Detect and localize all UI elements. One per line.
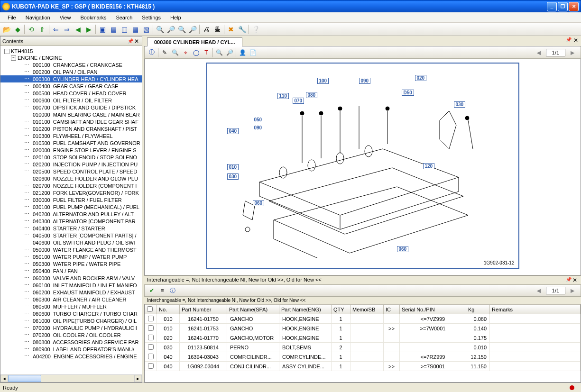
callout-100[interactable]: 100 bbox=[317, 78, 329, 84]
callout-030b[interactable]: 030 bbox=[227, 173, 239, 180]
callout-110[interactable]: 110 bbox=[277, 93, 289, 99]
tab-close-icon[interactable]: ✕ bbox=[572, 37, 579, 44]
col-header[interactable]: IC bbox=[384, 305, 400, 314]
diag-find1-icon[interactable]: 🔍 bbox=[214, 48, 224, 57]
table-row[interactable]: 01016241-01750GANCHOHOOK,ENGINE1<=7VZ999… bbox=[145, 314, 581, 324]
tb-app5-icon[interactable]: ▧ bbox=[141, 24, 151, 35]
col-header[interactable]: Serial No./PIN bbox=[400, 305, 466, 314]
menu-search[interactable]: Search bbox=[111, 13, 137, 22]
tb-back-icon[interactable]: ⇐ bbox=[51, 24, 61, 35]
section-pin-icon[interactable]: 📌 bbox=[566, 277, 572, 283]
menu-help[interactable]: Help bbox=[166, 13, 186, 22]
col-header[interactable]: Remarks bbox=[490, 305, 581, 314]
tb-app3-icon[interactable]: ▥ bbox=[119, 24, 129, 35]
diagram[interactable]: 110 070 080 100 090 020 D50 030 040 050 … bbox=[206, 63, 519, 269]
tree-item[interactable]: ⋯010500 FUEL CAMSHAFT AND GOVERNOR bbox=[0, 139, 142, 146]
tree-item[interactable]: ⋯080800 ACCESSORIES AND SERVICE PAR bbox=[0, 338, 142, 346]
tree-item[interactable]: ⋯000300 CYLINDER HEAD / CYLINDER HEA bbox=[0, 75, 142, 82]
tb-nav-home-icon[interactable]: ⟲ bbox=[26, 24, 37, 35]
col-header[interactable]: Part Name(ENG) bbox=[279, 305, 332, 314]
menu-settings[interactable]: Settings bbox=[137, 13, 166, 22]
col-header[interactable]: Kg bbox=[466, 305, 490, 314]
check-all[interactable] bbox=[147, 306, 153, 312]
tree-item[interactable]: ⋯060500 MUFFLER / MUFFLER bbox=[0, 303, 142, 310]
diag-page-next[interactable]: ► bbox=[566, 49, 579, 56]
tree-item[interactable]: ⋯060300 AIR CLEANER / AIR CLEANER bbox=[0, 296, 142, 303]
callout-010[interactable]: 010 bbox=[227, 164, 239, 170]
callout-060a[interactable]: 060 bbox=[253, 200, 265, 206]
tree-item[interactable]: ⋯010200 PISTON AND CRANKSHAFT / PIST bbox=[0, 125, 142, 132]
diag-zoom-icon[interactable]: 🔍 bbox=[170, 48, 180, 57]
tree-item[interactable]: ⋯A04200 ENGINE ACCESSORIES / ENGINE bbox=[0, 353, 142, 360]
close-button[interactable]: ✕ bbox=[569, 2, 579, 11]
diag-info-icon[interactable]: ⓘ bbox=[147, 48, 157, 57]
tree-item[interactable]: ⋯000700 DIPSTICK AND GUIDE / DIPSTICK bbox=[0, 104, 142, 111]
tree-item[interactable]: ⋯050100 WATER PUMP / WATER PUMP bbox=[0, 253, 142, 260]
minimize-button[interactable]: _ bbox=[547, 2, 557, 11]
parts-list-icon[interactable]: ≡ bbox=[157, 286, 167, 295]
col-header[interactable]: No. bbox=[157, 305, 180, 314]
row-checkbox[interactable] bbox=[148, 335, 154, 340]
tree-item[interactable]: ⋯000500 HEAD COVER / HEAD COVER bbox=[0, 90, 142, 97]
tree-item[interactable]: ⋯060600 TURBO CHARGER / TURBO CHAR bbox=[0, 310, 142, 317]
callout-040[interactable]: 040 bbox=[227, 128, 239, 134]
callout-D50[interactable]: D50 bbox=[402, 90, 414, 96]
tree-item[interactable]: ⋯050300 WATER PIPE / WATER PIPE bbox=[0, 260, 142, 267]
row-checkbox[interactable] bbox=[148, 344, 154, 350]
menu-file[interactable]: File bbox=[3, 13, 21, 22]
tb-settings-icon[interactable]: ✖ bbox=[226, 24, 236, 35]
table-row[interactable]: 02016241-01770GANCHO,MOTORHOOK,ENGINE10.… bbox=[145, 333, 581, 343]
tree-item[interactable]: ⋯020600 NOZZLE HOLDER AND GLOW PLU bbox=[0, 175, 142, 182]
diag-text-icon[interactable]: T bbox=[201, 48, 212, 57]
diag-page-prev[interactable]: ◄ bbox=[533, 49, 545, 56]
diag-note-icon[interactable]: 📄 bbox=[248, 48, 258, 57]
tree-item[interactable]: ⋯000200 OIL PAN / OIL PAN bbox=[0, 68, 142, 75]
tb-help-icon[interactable]: ❔ bbox=[250, 24, 261, 35]
callout-070[interactable]: 070 bbox=[293, 98, 304, 104]
row-checkbox[interactable] bbox=[148, 363, 154, 369]
callout-080[interactable]: 080 bbox=[306, 92, 318, 98]
diag-target-icon[interactable]: ⌖ bbox=[180, 48, 191, 57]
tb-print2-icon[interactable]: 🖶 bbox=[212, 24, 222, 35]
tab-pin-icon[interactable]: 📌 bbox=[566, 37, 572, 44]
tree-item[interactable]: ⋯040200 ALTERNATOR AND PULLEY / ALT bbox=[0, 210, 142, 218]
tb-search1-icon[interactable]: 🔍 bbox=[155, 24, 165, 35]
tb-tools-icon[interactable]: 🔧 bbox=[237, 24, 247, 35]
tree-root[interactable]: −KTH4815 bbox=[0, 48, 142, 55]
tree-group[interactable]: −ENGINE / ENGINE bbox=[0, 55, 142, 61]
menu-view[interactable]: View bbox=[55, 13, 76, 22]
diag-camera-icon[interactable]: ◯ bbox=[191, 48, 201, 57]
tb-nav-up-icon[interactable]: ⇑ bbox=[37, 24, 47, 35]
tree-item[interactable]: ⋯070200 OIL COOLER / OIL COOLER bbox=[0, 331, 142, 338]
panel-close-icon[interactable]: ✕ bbox=[133, 38, 140, 45]
tree-h-scrollbar[interactable]: ◄► bbox=[0, 374, 142, 382]
table-row[interactable]: 04016394-03043COMP.CILINDR...COMP.CYLIND… bbox=[145, 352, 581, 362]
callout-060b[interactable]: 060 bbox=[397, 246, 409, 252]
callout-120[interactable]: 120 bbox=[423, 163, 435, 169]
pin-icon[interactable]: 📌 bbox=[128, 38, 133, 44]
tree-item[interactable]: ⋯000400 GEAR CASE / GEAR CASE bbox=[0, 82, 142, 90]
parts-page-prev[interactable]: ◄ bbox=[533, 287, 545, 294]
tree-item[interactable]: ⋯000100 CRANKCASE / CRANKCASE bbox=[0, 61, 142, 68]
menu-navigation[interactable]: Navigation bbox=[21, 13, 55, 22]
callout-030a[interactable]: 030 bbox=[454, 101, 466, 108]
tree-item[interactable]: ⋯040300 ALTERNATOR [COMPONENT PAR bbox=[0, 218, 142, 225]
tree-item[interactable]: ⋯030100 FUEL PUMP (MECHANICAL) / FUEL bbox=[0, 203, 142, 210]
tree-item[interactable]: ⋯030000 FUEL FILTER / FUEL FILTER bbox=[0, 196, 142, 203]
callout-020[interactable]: 020 bbox=[415, 75, 427, 81]
maximize-button[interactable]: ❐ bbox=[558, 2, 568, 11]
tb-book1-icon[interactable]: ◆ bbox=[12, 24, 23, 35]
parts-apply-icon[interactable]: ✔ bbox=[147, 286, 157, 295]
table-row[interactable]: 01016241-01753GANCHOHOOK,ENGINE1>>>=7W00… bbox=[145, 324, 581, 333]
parts-info-icon[interactable]: ⓘ bbox=[167, 286, 178, 295]
tree-item[interactable]: ⋯020200 INJECTION PUMP / INJECTION PU bbox=[0, 161, 142, 168]
tree-item[interactable]: ⋯080900 LABEL AND OPERATOR'S MANU/ bbox=[0, 346, 142, 353]
tree-item[interactable]: ⋯020500 SPEED CONTROL PLATE / SPEED bbox=[0, 168, 142, 175]
col-header[interactable]: Memo/SB bbox=[350, 305, 384, 314]
diag-find2-icon[interactable]: 🔎 bbox=[224, 48, 235, 57]
tree-item[interactable]: ⋯020000 ENGINE STOP LEVER / ENGINE S bbox=[0, 146, 142, 154]
tb-app1-icon[interactable]: ▣ bbox=[97, 24, 108, 35]
col-header[interactable] bbox=[145, 305, 157, 314]
col-header[interactable]: Part Number bbox=[180, 305, 227, 314]
tree-item[interactable]: ⋯040400 STARTER / STARTER bbox=[0, 225, 142, 232]
